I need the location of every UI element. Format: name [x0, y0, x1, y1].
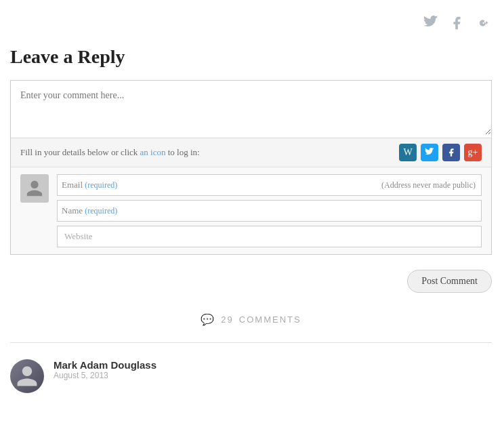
- commenter-name: Mark Adam Douglass: [54, 359, 156, 371]
- post-comment-row: Post Comment: [10, 262, 492, 300]
- login-icons: W g+: [399, 144, 482, 161]
- fill-details-text: Fill in your details below or click an i…: [20, 147, 200, 158]
- post-comment-button[interactable]: Post Comment: [407, 270, 492, 293]
- user-avatar: [20, 174, 49, 203]
- comments-label: COMMENTS: [239, 314, 301, 325]
- facebook-icon[interactable]: [447, 14, 466, 33]
- comments-count: 💬 29 COMMENTS: [10, 300, 492, 333]
- login-icon-link[interactable]: an icon: [140, 147, 166, 157]
- twitter-login-icon[interactable]: [421, 144, 438, 161]
- input-fields: Email (required) (Address never made pub…: [57, 174, 482, 247]
- commenter-avatar: [10, 359, 44, 393]
- comments-number: 29: [221, 314, 233, 325]
- name-input[interactable]: [121, 201, 481, 221]
- comment-form: Fill in your details below or click an i…: [10, 80, 492, 255]
- comment-meta: Mark Adam Douglass August 5, 2013: [54, 359, 156, 380]
- facebook-login-icon[interactable]: [442, 144, 460, 161]
- fill-details-bar: Fill in your details below or click an i…: [11, 138, 491, 167]
- comment-bubble-icon: 💬: [201, 313, 215, 326]
- email-input-row: Email (required) (Address never made pub…: [57, 174, 482, 196]
- comment-textarea[interactable]: [11, 81, 491, 135]
- name-input-row: Name (required): [57, 200, 482, 222]
- comment-item: Mark Adam Douglass August 5, 2013: [10, 352, 492, 400]
- comment-date: August 5, 2013: [54, 371, 156, 380]
- email-input[interactable]: [121, 175, 381, 195]
- twitter-icon[interactable]: [421, 14, 440, 33]
- user-input-row: Email (required) (Address never made pub…: [11, 167, 491, 254]
- googleplus-login-icon[interactable]: g+: [464, 144, 482, 161]
- email-label: Email (required): [58, 180, 121, 190]
- top-social-bar: [10, 14, 492, 33]
- wordpress-login-icon[interactable]: W: [399, 144, 417, 161]
- website-input[interactable]: [57, 226, 482, 247]
- section-divider: [10, 342, 492, 343]
- email-note: (Address never made public): [381, 180, 481, 190]
- name-label: Name (required): [58, 205, 121, 216]
- page-title: Leave a Reply: [10, 46, 492, 68]
- googleplus-icon[interactable]: [473, 14, 492, 33]
